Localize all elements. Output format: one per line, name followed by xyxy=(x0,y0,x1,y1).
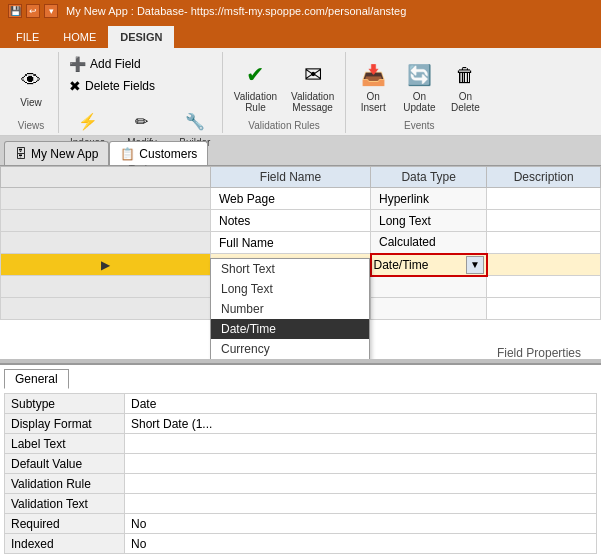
on-insert-label: OnInsert xyxy=(361,91,386,113)
field-name-1[interactable]: Web Page xyxy=(211,188,371,210)
main-content: Field Name Data Type Description Web Pag… xyxy=(0,166,601,558)
dropdown-option-datetime[interactable]: Date/Time xyxy=(211,319,369,339)
doc-tabs: 🗄 My New App 📋 Customers xyxy=(0,136,601,166)
prop-label-validationtext: Validation Text xyxy=(5,494,125,514)
add-field-label: Add Field xyxy=(90,57,141,71)
ribbon-group-tools: ➕ Add Field ✖ Delete Fields ⚡ Indexes ✏ … xyxy=(59,52,223,133)
prop-value-required[interactable]: No xyxy=(125,514,597,534)
view-icon: 👁 xyxy=(15,65,47,97)
prop-label-required: Required xyxy=(5,514,125,534)
validation-rule-button[interactable]: ✔ ValidationRule xyxy=(229,56,282,116)
data-type-3[interactable]: Calculated xyxy=(371,232,487,254)
doc-tab-customers-icon: 📋 xyxy=(120,147,135,161)
prop-value-subtype[interactable]: Date xyxy=(125,394,597,414)
delete-fields-icon: ✖ xyxy=(69,78,81,94)
ribbon-group-validation: ✔ ValidationRule ✉ ValidationMessage Val… xyxy=(223,52,346,133)
prop-label-defaultvalue: Default Value xyxy=(5,454,125,474)
delete-fields-label: Delete Fields xyxy=(85,79,155,93)
on-delete-button[interactable]: 🗑 OnDelete xyxy=(444,56,486,116)
on-delete-icon: 🗑 xyxy=(449,59,481,91)
table-row[interactable]: Full Name Calculated xyxy=(1,232,601,254)
on-update-label: OnUpdate xyxy=(403,91,435,113)
add-field-button[interactable]: ➕ Add Field xyxy=(65,54,145,74)
props-row: Subtype Date xyxy=(5,394,597,414)
doc-tab-customers-label: Customers xyxy=(139,147,197,161)
row-selector-4: ▶ xyxy=(1,254,211,276)
doc-tab-customers[interactable]: 📋 Customers xyxy=(109,141,208,165)
ribbon-group-validation-content: ✔ ValidationRule ✉ ValidationMessage xyxy=(229,54,339,118)
delete-fields-button[interactable]: ✖ Delete Fields xyxy=(65,76,159,96)
description-header: Description xyxy=(487,167,601,188)
dropdown-option-shorttext[interactable]: Short Text xyxy=(211,259,369,279)
description-4 xyxy=(487,254,601,276)
doc-tab-mynewapp[interactable]: 🗄 My New App xyxy=(4,141,109,165)
field-properties-text: Field Properties xyxy=(497,346,581,359)
props-tab-general[interactable]: General xyxy=(4,369,69,389)
data-type-dropdown[interactable]: Date/Time ▼ xyxy=(374,256,484,274)
validation-group-label: Validation Rules xyxy=(248,118,320,131)
props-row: Indexed No xyxy=(5,534,597,554)
field-name-2[interactable]: Notes xyxy=(211,210,371,232)
tab-home[interactable]: HOME xyxy=(51,26,108,48)
on-delete-label: OnDelete xyxy=(451,91,480,113)
props-row: Default Value xyxy=(5,454,597,474)
prop-label-labeltext: Label Text xyxy=(5,434,125,454)
ribbon-group-events: 📥 OnInsert 🔄 OnUpdate 🗑 OnDelete Events xyxy=(346,52,492,133)
save-icon[interactable]: 💾 xyxy=(8,4,22,18)
row-selector-1 xyxy=(1,188,211,210)
validation-message-icon: ✉ xyxy=(297,59,329,91)
prop-value-indexed[interactable]: No xyxy=(125,534,597,554)
prop-value-displayformat[interactable]: Short Date (1... xyxy=(125,414,597,434)
prop-label-indexed: Indexed xyxy=(5,534,125,554)
ribbon-tabs: FILE HOME DESIGN xyxy=(0,22,601,48)
prop-value-validationtext[interactable] xyxy=(125,494,597,514)
description-1 xyxy=(487,188,601,210)
validation-message-button[interactable]: ✉ ValidationMessage xyxy=(286,56,339,116)
table-row[interactable]: Notes Long Text xyxy=(1,210,601,232)
events-group-label: Events xyxy=(404,118,435,131)
props-row: Validation Text xyxy=(5,494,597,514)
table-row[interactable]: Web Page Hyperlink xyxy=(1,188,601,210)
prop-value-defaultvalue[interactable] xyxy=(125,454,597,474)
props-table: Subtype Date Display Format Short Date (… xyxy=(4,393,597,554)
data-type-4[interactable]: Date/Time ▼ xyxy=(371,254,487,276)
dropdown-arrow[interactable]: ▼ xyxy=(466,256,484,274)
on-insert-icon: 📥 xyxy=(357,59,389,91)
prop-value-validationrule[interactable] xyxy=(125,474,597,494)
on-update-icon: 🔄 xyxy=(403,59,435,91)
prop-label-subtype: Subtype xyxy=(5,394,125,414)
prop-label-displayformat: Display Format xyxy=(5,414,125,434)
data-type-1[interactable]: Hyperlink xyxy=(371,188,487,210)
ribbon: 👁 View Views ➕ Add Field ✖ Delete Fields xyxy=(0,48,601,136)
view-label: View xyxy=(20,97,42,108)
field-name-3[interactable]: Full Name xyxy=(211,232,371,254)
more-icon[interactable]: ▾ xyxy=(44,4,58,18)
row-selector-2 xyxy=(1,210,211,232)
title-bar-icons: 💾 ↩ ▾ xyxy=(8,4,58,18)
dropdown-option-longtext[interactable]: Long Text xyxy=(211,279,369,299)
data-type-header: Data Type xyxy=(371,167,487,188)
title-bar-text: My New App : Database- https://msft-my.s… xyxy=(66,5,593,17)
props-row: Display Format Short Date (1... xyxy=(5,414,597,434)
modify-lookups-icon: ✏ xyxy=(126,105,158,137)
dropdown-option-currency[interactable]: Currency xyxy=(211,339,369,359)
tab-file[interactable]: FILE xyxy=(4,26,51,48)
prop-value-labeltext[interactable] xyxy=(125,434,597,454)
on-insert-button[interactable]: 📥 OnInsert xyxy=(352,56,394,116)
validation-message-label: ValidationMessage xyxy=(291,91,334,113)
props-row: Label Text xyxy=(5,434,597,454)
data-type-2[interactable]: Long Text xyxy=(371,210,487,232)
data-type-value: Date/Time xyxy=(374,258,429,272)
on-update-button[interactable]: 🔄 OnUpdate xyxy=(398,56,440,116)
tab-design[interactable]: DESIGN xyxy=(108,26,174,48)
data-type-dropdown-popup: Short Text Long Text Number Date/Time Cu… xyxy=(210,258,370,359)
views-group-label: Views xyxy=(18,118,45,131)
props-row: Validation Rule xyxy=(5,474,597,494)
field-name-header: Field Name xyxy=(211,167,371,188)
row-selector-header xyxy=(1,167,211,188)
dropdown-option-number[interactable]: Number xyxy=(211,299,369,319)
table-area: Field Name Data Type Description Web Pag… xyxy=(0,166,601,359)
undo-icon[interactable]: ↩ xyxy=(26,4,40,18)
title-bar: 💾 ↩ ▾ My New App : Database- https://msf… xyxy=(0,0,601,22)
view-button[interactable]: 👁 View xyxy=(10,62,52,111)
